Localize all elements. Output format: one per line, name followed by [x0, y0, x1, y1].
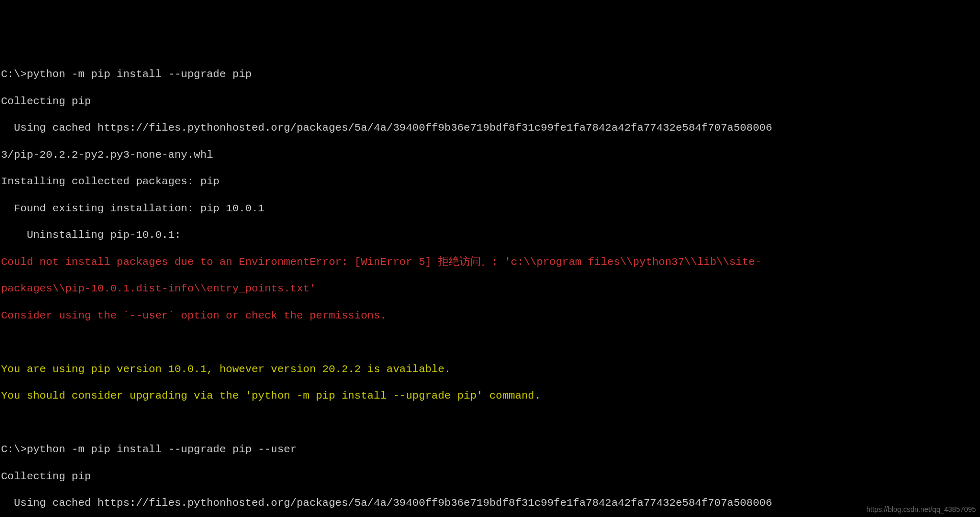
output-line: Uninstalling pip-10.0.1:	[1, 229, 979, 242]
output-line: Installing collected packages: pip	[1, 175, 979, 188]
output-line: Collecting pip	[1, 95, 979, 108]
warning-line: You should consider upgrading via the 'p…	[1, 389, 979, 403]
output-line: Using cached https://files.pythonhosted.…	[1, 497, 979, 510]
blank-line	[1, 416, 979, 430]
output-line: Collecting pip	[1, 470, 979, 483]
watermark-text: https://blog.csdn.net/qq_43857095	[866, 505, 976, 514]
blank-line	[1, 336, 979, 349]
cmd-line-1: C:\>python -m pip install --upgrade pip	[1, 68, 979, 81]
output-line: Using cached https://files.pythonhosted.…	[1, 121, 979, 135]
error-line: Could not install packages due to an Env…	[1, 256, 979, 269]
cmd-line-2: C:\>python -m pip install --upgrade pip …	[1, 443, 979, 456]
warning-line: You are using pip version 10.0.1, howeve…	[1, 363, 979, 376]
terminal-output[interactable]: C:\>python -m pip install --upgrade pip …	[1, 55, 979, 517]
output-line: Found existing installation: pip 10.0.1	[1, 202, 979, 215]
error-line: Consider using the `--user` option or ch…	[1, 309, 979, 323]
error-line: packages\\pip-10.0.1.dist-info\\entry_po…	[1, 282, 979, 296]
output-line: 3/pip-20.2.2-py2.py3-none-any.whl	[1, 149, 979, 162]
